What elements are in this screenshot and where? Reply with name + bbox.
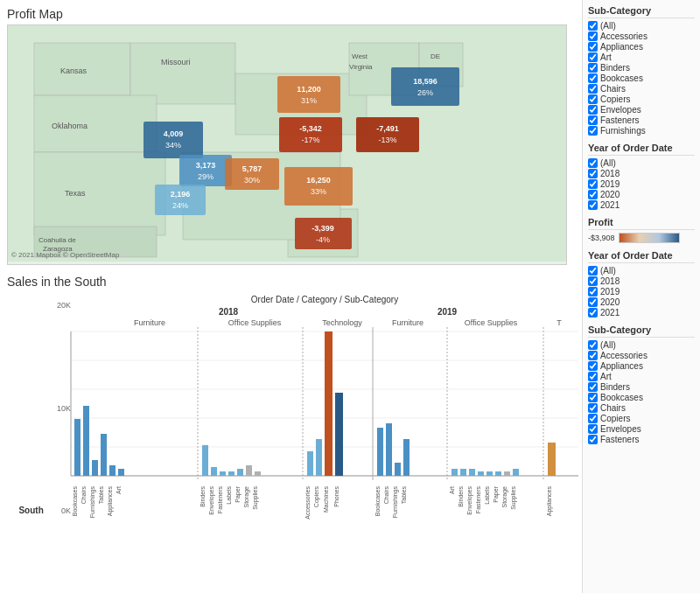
svg-rect-44 (356, 117, 419, 152)
checkbox-art-bot[interactable]: Art (588, 372, 695, 381)
checkbox-chairs-top-input[interactable] (588, 84, 598, 94)
checkbox-appliances-bot-input[interactable] (588, 361, 598, 371)
checkbox-fasteners-top-input[interactable] (588, 115, 598, 125)
checkbox-year-2020-top-input[interactable] (588, 190, 598, 199)
checkbox-accessories-top-input[interactable] (588, 31, 598, 41)
checkbox-copiers-bot[interactable]: Copiers (588, 414, 695, 423)
svg-text:-13%: -13% (378, 136, 396, 144)
checkbox-envelopes-top[interactable]: Envelopes (588, 105, 695, 115)
checkbox-fasteners-bot-input[interactable] (588, 435, 598, 444)
checkbox-year-2018-bot[interactable]: 2018 (588, 276, 695, 286)
checkbox-envelopes-top-label: Envelopes (600, 105, 641, 115)
checkbox-all-bot-input[interactable] (588, 340, 598, 350)
checkbox-all-bot[interactable]: (All) (588, 340, 695, 350)
checkbox-accessories-top[interactable]: Accessories (588, 31, 695, 41)
svg-text:Art: Art (449, 486, 455, 494)
svg-text:Art: Art (116, 486, 122, 494)
checkbox-envelopes-bot[interactable]: Envelopes (588, 424, 695, 434)
checkbox-year-2018-top[interactable]: 2018 (588, 169, 695, 178)
svg-text:Storage: Storage (501, 486, 508, 508)
checkbox-copiers-bot-input[interactable] (588, 414, 598, 423)
checkbox-furnishings-top-input[interactable] (588, 126, 598, 136)
checkbox-year-all-bot[interactable]: (All) (588, 266, 695, 276)
checkbox-year-all-bot-input[interactable] (588, 266, 598, 276)
svg-rect-83 (118, 469, 124, 476)
checkbox-fasteners-top[interactable]: Fasteners (588, 115, 695, 125)
checkbox-binders-bot[interactable]: Binders (588, 382, 695, 392)
checkbox-furnishings-top-label: Furnishings (600, 126, 646, 136)
checkbox-chairs-top[interactable]: Chairs (588, 84, 695, 94)
checkbox-appliances-bot[interactable]: Appliances (588, 361, 695, 371)
checkbox-envelopes-top-input[interactable] (588, 105, 598, 115)
svg-text:Paper: Paper (234, 485, 242, 502)
top-year-filter: Year of Order Date (All) 2018 2019 2020 … (588, 143, 695, 210)
map-svg: Kansas Missouri Oklahoma Texas Coahuila … (8, 25, 567, 262)
checkbox-year-2020-top[interactable]: 2020 (588, 190, 695, 199)
svg-text:24%: 24% (172, 201, 188, 210)
svg-rect-101 (316, 439, 322, 476)
svg-text:Paper: Paper (493, 485, 500, 502)
checkbox-all-top-input[interactable] (588, 21, 598, 31)
checkbox-year-all-top-input[interactable] (588, 158, 598, 168)
checkbox-year-2018-top-input[interactable] (588, 169, 598, 178)
checkbox-bookcases-top-input[interactable] (588, 73, 598, 83)
svg-text:2018: 2018 (219, 307, 239, 317)
bottom-year-title: Year of Order Date (588, 250, 695, 263)
main-content: Profit Map Kansas Missouri Oklahoma Texa… (0, 0, 582, 593)
checkbox-year-2021-top[interactable]: 2021 (588, 200, 695, 210)
checkbox-year-2019-bot-input[interactable] (588, 287, 598, 296)
checkbox-accessories-bot[interactable]: Accessories (588, 351, 695, 360)
checkbox-fasteners-bot[interactable]: Fasteners (588, 435, 695, 444)
svg-rect-105 (335, 393, 343, 476)
svg-text:Chairs: Chairs (383, 486, 389, 505)
checkbox-all-top[interactable]: (All) (588, 21, 695, 31)
svg-text:T: T (556, 318, 562, 327)
svg-text:Office Supplies: Office Supplies (465, 318, 518, 327)
sales-section: Sales in the South South 20K 10K 0K Orde… (0, 271, 582, 593)
checkbox-furnishings-top[interactable]: Furnishings (588, 126, 695, 136)
svg-rect-107 (377, 428, 383, 476)
svg-text:Appliances: Appliances (546, 486, 553, 517)
checkbox-year-2019-top[interactable]: 2019 (588, 179, 695, 189)
checkbox-year-2021-top-input[interactable] (588, 200, 598, 210)
checkbox-copiers-top-input[interactable] (588, 94, 598, 104)
checkbox-art-top[interactable]: Art (588, 52, 695, 62)
checkbox-binders-bot-input[interactable] (588, 382, 598, 392)
region-label: South (7, 506, 44, 515)
checkbox-binders-top-input[interactable] (588, 63, 598, 73)
checkbox-bookcases-top[interactable]: Bookcases (588, 73, 695, 83)
svg-rect-85 (202, 445, 208, 476)
svg-text:Bookcases: Bookcases (72, 486, 78, 517)
checkbox-art-top-input[interactable] (588, 52, 598, 62)
svg-rect-32 (277, 76, 340, 113)
checkbox-year-2019-top-input[interactable] (588, 179, 598, 189)
checkbox-year-2020-bot[interactable]: 2020 (588, 297, 695, 307)
checkbox-bookcases-bot-input[interactable] (588, 393, 598, 402)
checkbox-art-bot-input[interactable] (588, 372, 598, 381)
svg-text:Furniture: Furniture (392, 318, 424, 327)
checkbox-chairs-bot-input[interactable] (588, 403, 598, 413)
svg-text:-17%: -17% (301, 136, 319, 144)
sidebar: Sub-Category (All) Accessories Appliance… (582, 0, 700, 593)
svg-text:Furnishings: Furnishings (392, 486, 399, 519)
checkbox-art-top-label: Art (600, 52, 612, 62)
checkbox-envelopes-bot-input[interactable] (588, 424, 598, 434)
checkbox-bookcases-bot[interactable]: Bookcases (588, 393, 695, 402)
checkbox-year-2021-bot-input[interactable] (588, 308, 598, 317)
checkbox-chairs-bot[interactable]: Chairs (588, 403, 695, 413)
checkbox-year-all-top[interactable]: (All) (588, 158, 695, 168)
checkbox-year-2019-bot[interactable]: 2019 (588, 287, 695, 296)
svg-text:Labels: Labels (226, 486, 232, 505)
checkbox-appliances-top-label: Appliances (600, 42, 643, 52)
svg-rect-91 (228, 471, 234, 476)
checkbox-binders-top[interactable]: Binders (588, 63, 695, 73)
svg-text:© 2021 Mapbox © OpenStreetMap: © 2021 Mapbox © OpenStreetMap (11, 251, 120, 259)
checkbox-year-2020-bot-input[interactable] (588, 297, 598, 307)
checkbox-appliances-top[interactable]: Appliances (588, 42, 695, 52)
checkbox-copiers-top[interactable]: Copiers (588, 94, 695, 104)
checkbox-accessories-bot-input[interactable] (588, 351, 598, 360)
checkbox-appliances-top-input[interactable] (588, 42, 598, 52)
svg-text:33%: 33% (311, 187, 326, 196)
checkbox-year-2018-bot-input[interactable] (588, 276, 598, 286)
checkbox-year-2021-bot[interactable]: 2021 (588, 308, 695, 317)
